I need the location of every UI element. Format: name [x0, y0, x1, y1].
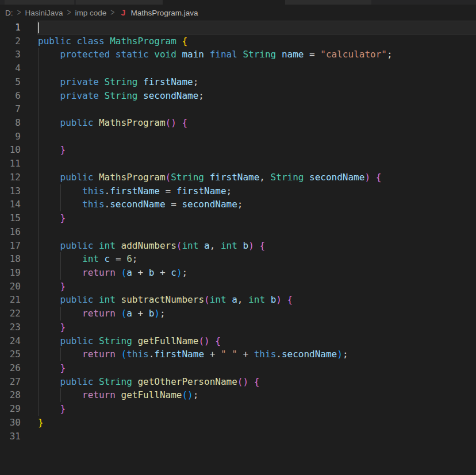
- code-line[interactable]: 4: [0, 61, 476, 75]
- code-text: return (a + b + c);: [21, 266, 187, 280]
- code-line[interactable]: 2public class MathsProgram {: [0, 34, 476, 48]
- code-text: protected static void main final String …: [21, 48, 393, 61]
- line-number: 9: [0, 130, 21, 144]
- line-number: 2: [0, 34, 21, 48]
- code-line[interactable]: 15 }: [0, 211, 476, 225]
- code-line[interactable]: 16: [0, 225, 476, 239]
- code-text: [21, 102, 38, 116]
- tab-strip-segment[interactable]: [76, 0, 163, 5]
- code-line[interactable]: 17 public int addNumbers(int a, int b) {: [0, 239, 476, 253]
- line-number: 8: [0, 116, 21, 130]
- breadcrumb-file-name[interactable]: MathsProgram.java: [130, 9, 198, 17]
- line-number: 24: [0, 334, 21, 348]
- breadcrumb-folder-imp-code[interactable]: imp code: [75, 9, 107, 17]
- line-number: 18: [0, 252, 21, 266]
- line-number: 11: [0, 157, 21, 171]
- code-text: [21, 157, 38, 171]
- code-line[interactable]: 3 protected static void main final Strin…: [0, 48, 476, 61]
- code-text: int c = 6;: [21, 252, 137, 266]
- line-number: 1: [0, 21, 21, 34]
- code-line[interactable]: 5 private String firstName;: [0, 75, 476, 89]
- line-number: 12: [0, 171, 21, 184]
- code-line[interactable]: 20 }: [0, 280, 476, 294]
- code-line[interactable]: 14 this.secondName = secondName;: [0, 198, 476, 211]
- line-number: 6: [0, 89, 21, 103]
- line-number: 13: [0, 184, 21, 198]
- line-number: 15: [0, 211, 21, 225]
- code-line[interactable]: 30}: [0, 416, 476, 430]
- code-text: [21, 225, 38, 239]
- code-text: }: [21, 320, 66, 334]
- line-number: 30: [0, 416, 21, 430]
- line-number: 29: [0, 402, 21, 416]
- tab-strip-segment[interactable]: [5, 0, 74, 5]
- line-number: 5: [0, 75, 21, 89]
- line-number: 27: [0, 375, 21, 389]
- line-number: 17: [0, 239, 21, 253]
- code-text: private String firstName;: [21, 75, 198, 89]
- code-line[interactable]: 9: [0, 130, 476, 144]
- code-line[interactable]: 23 }: [0, 320, 476, 334]
- tab-strip-segment[interactable]: [285, 0, 371, 5]
- code-line[interactable]: 19 return (a + b + c);: [0, 266, 476, 280]
- code-line[interactable]: 29 }: [0, 402, 476, 416]
- code-line[interactable]: 11: [0, 157, 476, 171]
- breadcrumb-folder-hasinijava[interactable]: HasiniJava: [25, 9, 63, 17]
- code-line[interactable]: 26 }: [0, 361, 476, 375]
- text-cursor: [38, 22, 39, 33]
- chevron-right-icon: >: [67, 7, 71, 18]
- code-text: this.firstName = firstName;: [21, 184, 232, 198]
- code-text: }: [21, 143, 66, 157]
- code-text: }: [21, 280, 66, 294]
- code-line[interactable]: 10 }: [0, 143, 476, 157]
- active-tab-strip-segment[interactable]: [163, 0, 285, 5]
- code-line[interactable]: 7: [0, 102, 476, 116]
- code-text: this.secondName = secondName;: [21, 198, 243, 211]
- code-text: public String getOtherPersonName() {: [21, 375, 259, 389]
- code-line[interactable]: 18 int c = 6;: [0, 252, 476, 266]
- code-line[interactable]: 22 return (a + b);: [0, 307, 476, 320]
- chevron-right-icon: >: [110, 7, 114, 18]
- code-text: return (a + b);: [21, 307, 166, 320]
- code-text: }: [21, 361, 66, 375]
- line-number: 20: [0, 280, 21, 294]
- code-line[interactable]: 8 public MathsProgram() {: [0, 116, 476, 130]
- line-number: 10: [0, 143, 21, 157]
- vscode-editor-window: D: > HasiniJava > imp code > J MathsProg…: [0, 0, 476, 475]
- code-line[interactable]: 13 this.firstName = firstName;: [0, 184, 476, 198]
- code-lines: 12public class MathsProgram {3 protected…: [0, 21, 476, 443]
- line-number: 21: [0, 293, 21, 307]
- current-line-highlight: [37, 21, 476, 34]
- code-line[interactable]: 28 return getFullName();: [0, 388, 476, 402]
- code-line[interactable]: 6 private String secondName;: [0, 89, 476, 103]
- java-file-icon: J: [118, 8, 126, 17]
- code-line[interactable]: 24 public String getFullName() {: [0, 334, 476, 348]
- code-text: [21, 130, 38, 144]
- line-number: 26: [0, 361, 21, 375]
- code-line[interactable]: 27 public String getOtherPersonName() {: [0, 375, 476, 389]
- code-line[interactable]: 1: [0, 21, 476, 34]
- line-number: 3: [0, 48, 21, 61]
- code-text: [21, 430, 38, 443]
- code-text: }: [21, 402, 66, 416]
- code-text: public int subtractNumbers(int a, int b)…: [21, 293, 293, 307]
- line-number: 16: [0, 225, 21, 239]
- code-editor[interactable]: 12public class MathsProgram {3 protected…: [0, 21, 476, 475]
- tab-bar-strip: [0, 0, 476, 5]
- code-text: public MathsProgram() {: [21, 116, 187, 130]
- code-text: return getFullName();: [21, 388, 198, 402]
- code-line[interactable]: 25 return (this.firstName + " " + this.s…: [0, 347, 476, 361]
- breadcrumb-drive[interactable]: D:: [5, 9, 13, 17]
- code-text: }: [21, 416, 44, 430]
- code-line[interactable]: 21 public int subtractNumbers(int a, int…: [0, 293, 476, 307]
- breadcrumb: D: > HasiniJava > imp code > J MathsProg…: [0, 5, 476, 21]
- line-number: 28: [0, 388, 21, 402]
- line-number: 23: [0, 320, 21, 334]
- code-line[interactable]: 12 public MathsProgram(String firstName,…: [0, 171, 476, 184]
- code-text: [21, 21, 38, 34]
- line-number: 7: [0, 102, 21, 116]
- code-line[interactable]: 31: [0, 430, 476, 443]
- line-number: 31: [0, 430, 21, 443]
- line-number: 19: [0, 266, 21, 280]
- line-number: 25: [0, 347, 21, 361]
